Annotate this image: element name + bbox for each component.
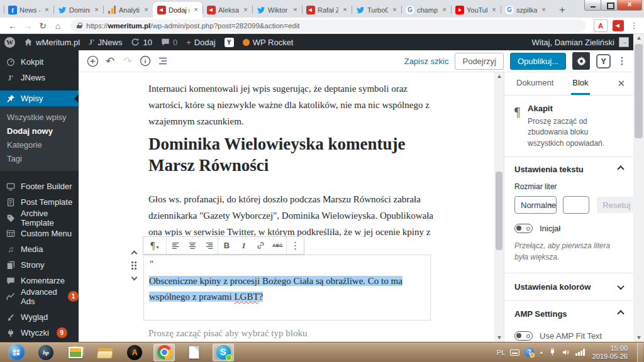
- tab-news[interactable]: News -: [4, 2, 53, 18]
- save-draft-button[interactable]: Zapisz szkic: [404, 57, 449, 66]
- network-icon[interactable]: [575, 349, 585, 356]
- scroll-up-icon[interactable]: [494, 72, 504, 80]
- window-close-button[interactable]: [617, 0, 642, 11]
- panel-text-settings[interactable]: Ustawienia tekstu: [504, 157, 633, 181]
- reload-button[interactable]: ↻: [35, 19, 50, 33]
- dropcap-toggle[interactable]: [514, 224, 533, 233]
- selected-text[interactable]: Obsceniczne kpiny z procesji Bożego Ciał…: [149, 273, 425, 305]
- tab-close-icon[interactable]: [192, 6, 200, 14]
- tab-document[interactable]: Dokument: [515, 72, 555, 95]
- aimp-button[interactable]: [124, 344, 145, 361]
- yoast-seo-button[interactable]: Y: [596, 54, 611, 69]
- tab-close-icon[interactable]: [142, 6, 150, 14]
- tray-expand-icon[interactable]: ▲: [539, 350, 543, 354]
- sidebar-item-media[interactable]: ♫ Media: [0, 241, 79, 257]
- sidebar-item-komentarze[interactable]: Komentarze: [0, 273, 79, 288]
- align-right-button[interactable]: [201, 237, 218, 254]
- tab-rafal[interactable]: Rafał Zi: [302, 2, 352, 18]
- tab-close-icon[interactable]: [291, 6, 299, 14]
- tab-google-2[interactable]: szpilka: [501, 2, 550, 18]
- comments-menu[interactable]: 0: [157, 34, 182, 50]
- strikethrough-button[interactable]: ABC: [269, 237, 286, 254]
- sidebar-item-strony[interactable]: Strony: [0, 257, 79, 273]
- sidebar-item-wpisy[interactable]: Wpisy: [0, 90, 79, 106]
- font-size-input[interactable]: [563, 196, 589, 214]
- heading-block[interactable]: Dominika Wielowieyska komentuje Marsz Ró…: [148, 133, 444, 176]
- sidebar-item-jnews[interactable]: J' JNews: [0, 70, 79, 85]
- tab-active-dodaj[interactable]: Dodaj n: [153, 2, 203, 18]
- tab-close-icon[interactable]: [490, 6, 498, 14]
- scroll-down-icon[interactable]: [494, 334, 504, 342]
- tab-close-icon[interactable]: [440, 6, 448, 14]
- block-placeholder[interactable]: Proszę zacząć pisać aby wybrać typ bloku: [148, 328, 307, 339]
- redo-button[interactable]: ↷: [119, 52, 136, 70]
- explorer-button[interactable]: [94, 344, 116, 361]
- close-sidebar-icon[interactable]: ✕: [609, 78, 633, 89]
- page-scrollbar[interactable]: [633, 34, 644, 342]
- sidebar-item-wyglad[interactable]: Wygląd: [0, 309, 79, 325]
- tab-close-icon[interactable]: [540, 6, 548, 14]
- clock[interactable]: 15:00 2019-05-26: [590, 344, 628, 361]
- preview-button[interactable]: Podejrzyj: [455, 53, 503, 70]
- undo-button[interactable]: ↶: [101, 52, 119, 70]
- tab-twitter-1[interactable]: Domini: [53, 2, 103, 18]
- skype-button[interactable]: [213, 344, 234, 361]
- paragraph-block-2[interactable]: Głos ws. profanacji, do której doszło po…: [148, 191, 444, 240]
- jnews-menu[interactable]: J' JNews: [84, 34, 126, 50]
- yoast-menu[interactable]: Y: [220, 34, 238, 50]
- address-bar[interactable]: https://wmeritum.pl/wp-admin/post.php?po…: [70, 19, 586, 32]
- keyboard-icon[interactable]: [510, 349, 519, 356]
- wp-rocket-menu[interactable]: WP Rocket: [238, 34, 298, 50]
- power-plug-icon[interactable]: [548, 348, 557, 356]
- submenu-item-categories[interactable]: Kategorie: [0, 138, 79, 152]
- tab-twitter-3[interactable]: TurboG: [352, 2, 401, 18]
- sidebar-item-advanced-ads[interactable]: Advanced Ads 1: [0, 288, 79, 304]
- photo-viewer-button[interactable]: [65, 344, 86, 361]
- speaker-icon[interactable]: [562, 348, 570, 356]
- chrome-button[interactable]: [153, 344, 175, 361]
- reset-button[interactable]: Resetuj: [597, 197, 633, 213]
- updates-menu[interactable]: 10: [126, 34, 156, 50]
- submenu-item-all-posts[interactable]: Wszystkie wpisy: [0, 111, 79, 124]
- font-size-select[interactable]: Normalne ▾: [514, 196, 557, 214]
- align-center-button[interactable]: [184, 237, 201, 254]
- window-minimize-button[interactable]: [584, 0, 601, 11]
- bold-button[interactable]: B: [218, 237, 235, 254]
- editor-scrollbar[interactable]: [494, 72, 504, 342]
- window-maximize-button[interactable]: [601, 0, 618, 11]
- block-more-options-button[interactable]: ⋮: [287, 237, 304, 254]
- paragraph-block-1[interactable]: Internauci komentowali jej wpis sugerują…: [148, 80, 444, 129]
- publish-button[interactable]: Opublikuj...: [510, 53, 566, 70]
- tab-close-icon[interactable]: [43, 6, 51, 14]
- amp-fit-text-toggle[interactable]: [514, 331, 533, 341]
- sidebar-item-post-template[interactable]: Post Template: [0, 194, 79, 210]
- tab-analytics[interactable]: Analytic: [103, 2, 153, 18]
- sidebar-item-archive-template[interactable]: Archive Template: [0, 210, 79, 226]
- scrollbar-thumb[interactable]: [635, 44, 643, 138]
- settings-gear-button[interactable]: [572, 52, 590, 70]
- tab-google-1[interactable]: champi: [401, 2, 451, 18]
- wp-logo-menu[interactable]: W: [0, 34, 19, 50]
- add-block-button[interactable]: [84, 52, 101, 70]
- block-navigation-button[interactable]: [154, 52, 172, 70]
- tab-block[interactable]: Blok: [571, 72, 589, 95]
- tab-close-icon[interactable]: [341, 6, 349, 14]
- new-tab-button[interactable]: +: [554, 3, 570, 18]
- scroll-down-icon[interactable]: [633, 334, 644, 342]
- language-indicator[interactable]: PL: [497, 349, 505, 356]
- submenu-item-add-new[interactable]: Dodaj nowy: [0, 124, 79, 138]
- block-type-button[interactable]: ¶▾: [143, 237, 166, 254]
- site-name-menu[interactable]: wMeritum.pl: [19, 34, 84, 50]
- panel-amp-settings[interactable]: AMP Settings: [504, 301, 633, 326]
- scrollbar-thumb[interactable]: [496, 172, 502, 250]
- more-options-button[interactable]: ⋮: [617, 55, 627, 67]
- drag-handle-icon[interactable]: [131, 261, 136, 270]
- tab-twitter-2[interactable]: Wiktor: [252, 2, 302, 18]
- home-button[interactable]: ⌂: [50, 19, 65, 33]
- tab-close-icon[interactable]: [391, 6, 399, 14]
- sidebar-item-custom-menu[interactable]: Custom Menu: [0, 226, 79, 241]
- help-icon[interactable]: [525, 348, 534, 357]
- show-desktop-button[interactable]: [637, 343, 643, 362]
- align-left-button[interactable]: [167, 237, 184, 254]
- start-button[interactable]: [6, 344, 27, 361]
